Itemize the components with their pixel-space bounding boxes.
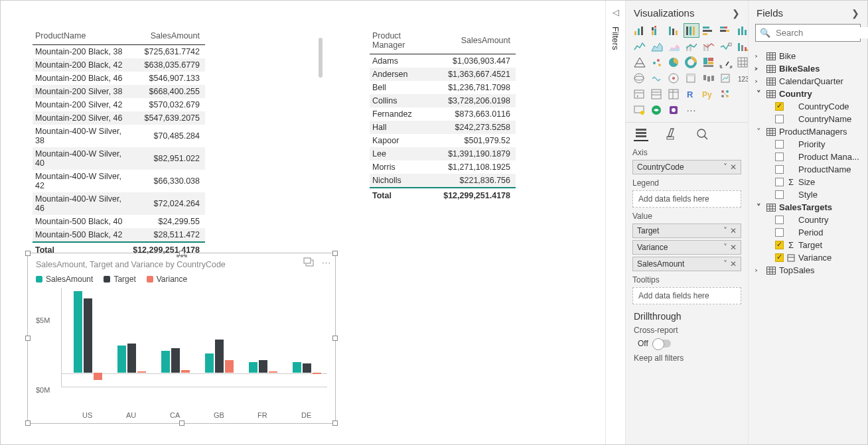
chart-bar[interactable] [215, 340, 224, 373]
fields-column[interactable]: CountryCode [753, 100, 863, 113]
chart-bar[interactable] [161, 351, 170, 373]
chart-bar[interactable] [249, 362, 257, 373]
fields-column[interactable]: Country [753, 214, 863, 226]
field-checkbox[interactable] [775, 140, 784, 149]
drag-grip[interactable] [172, 255, 192, 259]
fields-column[interactable]: ΣTarget [753, 239, 863, 251]
expand-icon[interactable]: ˅ [754, 202, 763, 212]
viz-type-icon[interactable] [684, 24, 699, 37]
format-tab-icon[interactable] [664, 127, 679, 141]
chart-bar[interactable] [225, 360, 234, 373]
tooltips-well[interactable]: Add data fields here [632, 287, 741, 304]
expand-icon[interactable]: ˅ [754, 127, 763, 137]
value-field-pill[interactable]: Target˅✕ [632, 223, 741, 238]
viz-type-icon[interactable] [667, 56, 682, 69]
chart-bar[interactable] [137, 371, 146, 373]
legend-well[interactable]: Add data fields here [632, 190, 741, 208]
field-checkbox[interactable] [775, 241, 784, 249]
viz-type-icon[interactable]: Py [701, 88, 716, 101]
viz-type-icon[interactable] [650, 88, 664, 101]
viz-type-icon[interactable] [650, 40, 664, 53]
expand-icon[interactable]: ˅ [754, 77, 764, 86]
table-row[interactable]: Kapoor$501,979.52 [370, 134, 516, 147]
report-canvas[interactable]: ProductName SalesAmount Mountain-200 Bla… [1, 1, 605, 444]
table-row[interactable]: Nicholls$221,836.756 [370, 174, 516, 188]
viz-type-icon[interactable] [684, 40, 699, 53]
col-manager[interactable]: Product Manager [370, 27, 441, 54]
table-row[interactable]: Hall$242,273.5258 [370, 121, 516, 134]
field-checkbox[interactable] [775, 253, 784, 262]
viz-type-icon[interactable] [650, 24, 664, 37]
table-row[interactable]: Mountain-200 Silver, 42$570,032.679 [33, 98, 205, 111]
more-visuals-icon[interactable]: ··· [684, 103, 699, 117]
fields-column[interactable]: ProductName [753, 163, 863, 176]
chevron-down-icon[interactable]: ˅ [723, 259, 727, 269]
chart-bar[interactable] [74, 291, 82, 373]
table-row[interactable]: Mountain-200 Black, 42$638,035.6779 [33, 58, 205, 72]
chart-bar[interactable] [171, 348, 180, 373]
viz-type-icon[interactable] [719, 24, 733, 37]
fields-tab-icon[interactable] [634, 127, 648, 141]
chart-bar[interactable] [205, 353, 214, 373]
focus-mode-icon[interactable] [303, 257, 314, 269]
table-row[interactable]: Mountain-400-W Silver, 38$70,485.284 [33, 125, 205, 147]
table-row[interactable]: Mountain-500 Black, 42$28,511.472 [33, 228, 205, 242]
viz-type-icon[interactable] [632, 24, 647, 37]
expand-icon[interactable]: ˅ [754, 52, 764, 61]
table-row[interactable]: Bell$1,236,781.7098 [370, 81, 516, 94]
chevron-down-icon[interactable]: ˅ [723, 162, 727, 172]
fields-table[interactable]: ˅BikeSales [753, 62, 863, 75]
filters-collapsed-pane[interactable]: ◁ Filters [605, 1, 625, 444]
table-manager-sales[interactable]: Product Manager SalesAmount Adams$1,036,… [370, 27, 516, 202]
fields-table[interactable]: ˅ProductManagers [753, 125, 863, 138]
table-row[interactable]: Collins$3,728,206.0198 [370, 94, 516, 107]
viz-type-icon[interactable] [650, 103, 664, 117]
table-row[interactable]: Morris$1,271,108.1925 [370, 160, 516, 174]
viz-type-icon[interactable] [701, 24, 716, 37]
fields-table[interactable]: ˅Bike [753, 50, 863, 62]
fields-column[interactable]: ΣSize [753, 176, 863, 188]
chart-bar[interactable] [127, 344, 136, 373]
field-checkbox[interactable] [775, 178, 784, 186]
value-field-pill[interactable]: Variance˅✕ [632, 240, 741, 255]
viz-type-icon[interactable] [667, 103, 682, 117]
table-row[interactable]: Mountain-200 Black, 46$546,907.133 [33, 72, 205, 85]
viz-type-icon[interactable] [632, 72, 647, 85]
chart-bar[interactable] [313, 373, 321, 374]
expand-icon[interactable]: ˅ [754, 266, 764, 275]
table-row[interactable]: Fernandez$873,663.0116 [370, 107, 516, 121]
remove-icon[interactable]: ✕ [730, 226, 737, 235]
field-checkbox[interactable] [775, 190, 784, 199]
remove-icon[interactable]: ✕ [730, 243, 737, 252]
expand-icon[interactable]: ˅ [754, 64, 764, 74]
expand-icon[interactable]: ˅ [754, 89, 763, 99]
axis-field-pill[interactable]: CountryCode˅✕ [632, 160, 741, 174]
fields-search[interactable]: 🔍 [755, 24, 861, 42]
viz-type-icon[interactable] [632, 40, 647, 53]
fields-column[interactable]: Priority [753, 138, 863, 151]
viz-type-icon[interactable]: R [684, 88, 699, 101]
fields-table[interactable]: ˅CalendarQuarter [753, 75, 863, 88]
chart-bar[interactable] [94, 373, 102, 379]
table-row[interactable]: Mountain-200 Silver, 38$668,400.255 [33, 85, 205, 98]
viz-type-icon[interactable] [667, 88, 682, 101]
viz-type-icon[interactable] [667, 72, 682, 85]
chart-bar[interactable] [303, 363, 311, 373]
viz-type-icon[interactable] [650, 72, 664, 85]
col-salesamount[interactable]: SalesAmount [441, 27, 516, 54]
chart-bar[interactable] [269, 371, 277, 373]
remove-icon[interactable]: ✕ [730, 259, 737, 269]
more-options-icon[interactable]: ··· [322, 257, 331, 269]
table-row[interactable]: Mountain-400-W Silver, 42$66,330.038 [33, 170, 205, 192]
viz-type-icon[interactable] [701, 56, 716, 69]
chart-bar[interactable] [117, 346, 126, 373]
field-checkbox[interactable] [775, 115, 784, 123]
viz-type-icon[interactable] [701, 40, 716, 53]
viz-type-icon[interactable] [667, 24, 682, 37]
fields-column[interactable]: Period [753, 226, 863, 239]
fields-table[interactable]: ˅SalesTargets [753, 201, 863, 214]
analytics-tab-icon[interactable] [695, 127, 709, 141]
table-row[interactable]: Mountain-400-W Silver, 46$72,024.264 [33, 192, 205, 215]
viz-type-icon[interactable] [632, 56, 647, 69]
expand-filters-icon[interactable]: ◁ [613, 7, 619, 17]
